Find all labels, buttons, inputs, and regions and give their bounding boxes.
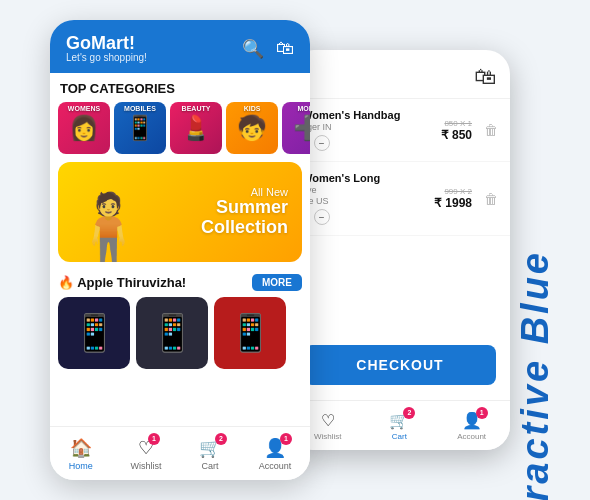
category-mobiles[interactable]: MOBILES 📱 <box>114 102 166 154</box>
category-womens[interactable]: WOMENS 👩 <box>58 102 110 154</box>
apple-section-header: 🔥 Apple Thiruvizha! MORE <box>58 274 302 291</box>
cart-item-2-name: Women's Long <box>302 172 426 184</box>
nav-wishlist-label: Wishlist <box>130 461 161 471</box>
qty-1-decrease[interactable]: − <box>314 135 330 151</box>
cart-nav-account-label: Account <box>457 432 486 441</box>
search-icon[interactable]: 🔍 <box>242 38 264 60</box>
cart-item-2-final: ₹ 1998 <box>434 196 472 210</box>
product-card-2[interactable]: 📱 <box>136 297 208 369</box>
cart-item-2-sub: eve <box>302 185 426 195</box>
cat-beauty-label: BEAUTY <box>170 105 222 112</box>
cart-icon[interactable]: 🛍 <box>276 38 294 59</box>
bottom-nav: 🏠 Home ♡ 1 Wishlist 🛒 2 Cart <box>50 426 310 480</box>
checkout-button[interactable]: CHECKOUT <box>304 345 496 385</box>
cart-nav-wishlist-icon: ♡ <box>321 411 335 430</box>
product-card-1[interactable]: 📱 <box>58 297 130 369</box>
cart-item-2-original: 999 X 2 <box>434 187 472 196</box>
cart-badge: 2 <box>215 433 227 445</box>
banner-text: All New SummerCollection <box>201 186 288 238</box>
nav-home-label: Home <box>69 461 93 471</box>
cart-nav-icon: 🛒 2 <box>199 437 221 459</box>
cart-nav-account-icon: 👤 1 <box>462 411 482 430</box>
cat-mobiles-label: MOBILES <box>114 105 166 112</box>
cart-item-1-name: Women's Handbag <box>302 109 433 121</box>
categories-row: WOMENS 👩 MOBILES 📱 BEAUTY 💄 KIDS 🧒 MORE <box>50 102 310 162</box>
cart-item-2-sub2: life US <box>302 196 426 206</box>
nav-cart[interactable]: 🛒 2 Cart <box>199 437 221 471</box>
app-name: GoMart! <box>66 34 147 52</box>
category-beauty[interactable]: BEAUTY 💄 <box>170 102 222 154</box>
cart-nav-cart[interactable]: 🛒 2 Cart <box>389 411 409 441</box>
cat-womens-label: WOMENS <box>58 105 110 112</box>
nav-cart-label: Cart <box>202 461 219 471</box>
cart-nav-wishlist[interactable]: ♡ Wishlist <box>314 411 342 441</box>
app-tagline: Let's go shopping! <box>66 52 147 63</box>
cart-item-1-original: 850 X 1 <box>441 119 472 128</box>
phone-1: GoMart! Let's go shopping! 🔍 🛍 TOP CATEG… <box>50 20 310 480</box>
wishlist-badge: 1 <box>148 433 160 445</box>
cart-nav-cart-icon: 🛒 2 <box>389 411 409 430</box>
qty-2-decrease[interactable]: − <box>314 209 330 225</box>
cart-bottom-nav: ♡ Wishlist 🛒 2 Cart 👤 1 Account <box>290 400 510 450</box>
nav-account[interactable]: 👤 1 Account <box>259 437 292 471</box>
cart-item-1-final: ₹ 850 <box>441 128 472 142</box>
phone-2-cart: 🛍 Women's Handbag gger IN 1 − 850 X 1 ₹ … <box>290 50 510 450</box>
cart-item-2-info: Women's Long eve life US 2 − <box>302 172 426 225</box>
cat-kids-label: KIDS <box>226 105 278 112</box>
cart-item-2: Women's Long eve life US 2 − 999 X 2 ₹ 1… <box>290 162 510 236</box>
category-kids[interactable]: KIDS 🧒 <box>226 102 278 154</box>
banner-line2: SummerCollection <box>201 198 288 238</box>
account-icon: 👤 1 <box>264 437 286 459</box>
nav-wishlist[interactable]: ♡ 1 Wishlist <box>130 437 161 471</box>
cart-item-2-qty: 2 − <box>302 209 426 225</box>
more-button[interactable]: MORE <box>252 274 302 291</box>
categories-title: TOP CATEGORIES <box>50 73 310 102</box>
cart-item-1-price: 850 X 1 ₹ 850 <box>441 119 472 142</box>
cart-nav-badge: 2 <box>403 407 415 419</box>
cart-nav-cart-label: Cart <box>392 432 407 441</box>
cart-item-1: Women's Handbag gger IN 1 − 850 X 1 ₹ 85… <box>290 99 510 162</box>
header-icons: 🔍 🛍 <box>242 38 294 60</box>
side-text: Attractive Blue <box>514 250 557 500</box>
cart-header-icon: 🛍 <box>474 64 496 90</box>
app-header: GoMart! Let's go shopping! 🔍 🛍 <box>50 20 310 73</box>
apple-section: 🔥 Apple Thiruvizha! MORE 📱 📱 📱 <box>50 270 310 375</box>
banner-person-icon: 🧍 <box>66 194 151 262</box>
app-logo: GoMart! Let's go shopping! <box>66 34 147 63</box>
apple-title: 🔥 Apple Thiruvizha! <box>58 275 186 290</box>
nav-account-label: Account <box>259 461 292 471</box>
home-icon: 🏠 <box>70 437 92 459</box>
cat-more-label: MORE <box>282 105 310 112</box>
cart-header: 🛍 <box>290 50 510 99</box>
account-badge: 1 <box>280 433 292 445</box>
category-more[interactable]: MORE ➕ <box>282 102 310 154</box>
products-row: 📱 📱 📱 <box>58 297 302 369</box>
cart-item-1-sub: gger IN <box>302 122 433 132</box>
delete-item-2[interactable]: 🗑 <box>484 191 498 207</box>
wishlist-icon: ♡ 1 <box>138 437 154 459</box>
cart-nav-account-badge: 1 <box>476 407 488 419</box>
cart-nav-account[interactable]: 👤 1 Account <box>457 411 486 441</box>
summer-banner[interactable]: 🧍 All New SummerCollection <box>58 162 302 262</box>
cart-item-1-qty: 1 − <box>302 135 433 151</box>
cart-item-1-info: Women's Handbag gger IN 1 − <box>302 109 433 151</box>
delete-item-1[interactable]: 🗑 <box>484 122 498 138</box>
checkout-area: CHECKOUT <box>290 335 510 395</box>
cart-nav-wishlist-label: Wishlist <box>314 432 342 441</box>
cart-item-2-price: 999 X 2 ₹ 1998 <box>434 187 472 210</box>
nav-home[interactable]: 🏠 Home <box>69 437 93 471</box>
product-card-3[interactable]: 📱 <box>214 297 286 369</box>
